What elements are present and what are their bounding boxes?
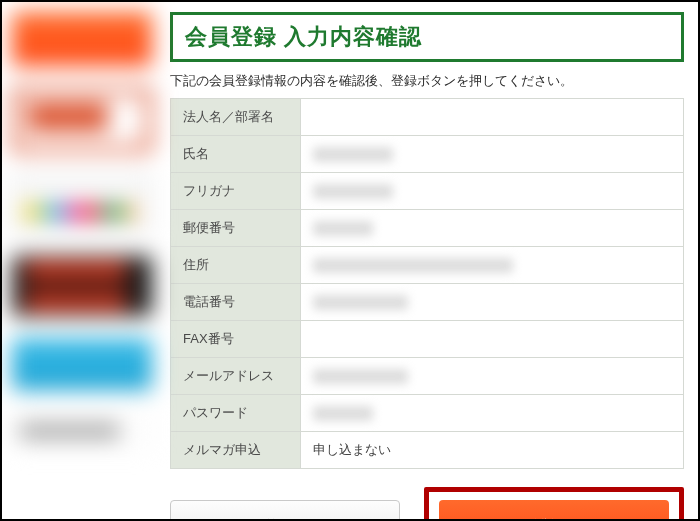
table-row: 法人名／部署名	[171, 99, 684, 136]
label-furigana: フリガナ	[171, 173, 301, 210]
sidebar-banner	[12, 256, 152, 316]
value-name: xxxxxx	[301, 136, 684, 173]
label-address: 住所	[171, 247, 301, 284]
value-furigana: xxxxxx	[301, 173, 684, 210]
value-corp	[301, 99, 684, 136]
value-mailmag: 申し込まない	[301, 432, 684, 469]
value-postal: xxx	[301, 210, 684, 247]
value-phone: xxxxxxx	[301, 284, 684, 321]
label-phone: 電話番号	[171, 284, 301, 321]
edit-button-label: 修正する	[265, 517, 325, 522]
register-button-label: 登録する	[534, 517, 594, 522]
left-sidebar	[2, 2, 160, 519]
value-fax	[301, 321, 684, 358]
sidebar-banner	[12, 338, 152, 390]
sidebar-banner	[12, 412, 152, 448]
register-button[interactable]: ❯ 登録する	[439, 500, 669, 521]
button-row: ❯ 修正する ❯ 登録する	[170, 487, 684, 521]
label-email: メールアドレス	[171, 358, 301, 395]
confirmation-table: 法人名／部署名 氏名 xxxxxx フリガナ xxxxxx 郵便番号 xxx 住…	[170, 98, 684, 469]
register-button-highlight: ❯ 登録する	[424, 487, 684, 521]
label-password: パスワード	[171, 395, 301, 432]
sidebar-banner	[12, 12, 152, 66]
instruction-text: 下記の会員登録情報の内容を確認後、登録ボタンを押してください。	[170, 72, 684, 90]
value-address: xxxxxxxxxxxxxxxx	[301, 247, 684, 284]
label-mailmag: メルマガ申込	[171, 432, 301, 469]
label-postal: 郵便番号	[171, 210, 301, 247]
table-row: 住所 xxxxxxxxxxxxxxxx	[171, 247, 684, 284]
main-content: 会員登録 入力内容確認 下記の会員登録情報の内容を確認後、登録ボタンを押してくだ…	[160, 2, 698, 519]
value-email: xxxxxxx	[301, 358, 684, 395]
sidebar-banner	[12, 174, 152, 234]
label-fax: FAX番号	[171, 321, 301, 358]
table-row: パスワード xxxx	[171, 395, 684, 432]
page-title-box: 会員登録 入力内容確認	[170, 12, 684, 62]
table-row: フリガナ xxxxxx	[171, 173, 684, 210]
table-row: 氏名 xxxxxx	[171, 136, 684, 173]
table-row: 電話番号 xxxxxxx	[171, 284, 684, 321]
table-row: メルマガ申込 申し込まない	[171, 432, 684, 469]
edit-button[interactable]: ❯ 修正する	[170, 500, 400, 521]
value-password: xxxx	[301, 395, 684, 432]
sidebar-banner	[12, 88, 152, 152]
table-row: メールアドレス xxxxxxx	[171, 358, 684, 395]
table-row: 郵便番号 xxx	[171, 210, 684, 247]
page-title: 会員登録 入力内容確認	[185, 22, 669, 52]
label-corp: 法人名／部署名	[171, 99, 301, 136]
label-name: 氏名	[171, 136, 301, 173]
table-row: FAX番号	[171, 321, 684, 358]
